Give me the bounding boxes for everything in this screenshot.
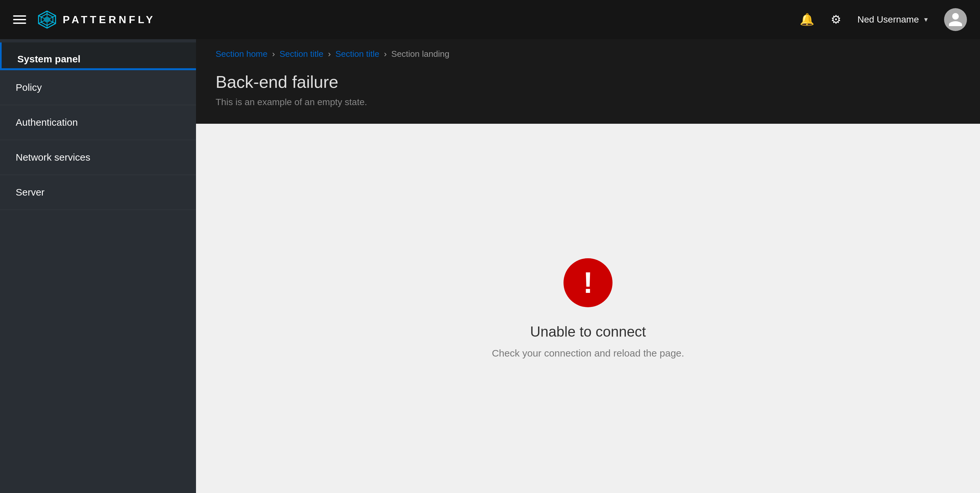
svg-marker-2 — [44, 16, 50, 23]
breadcrumb-section-title-1[interactable]: Section title — [280, 49, 323, 59]
main-content: Section home › Section title › Section t… — [196, 39, 980, 493]
logo-text: PATTERNFLY — [63, 14, 156, 26]
breadcrumb: Section home › Section title › Section t… — [216, 49, 960, 59]
user-menu[interactable]: Ned Username ▾ — [858, 14, 928, 25]
page-header: Section home › Section title › Section t… — [196, 39, 980, 124]
sidebar-item-server[interactable]: Server — [0, 175, 196, 210]
sidebar: System panel Policy Authentication Netwo… — [0, 39, 196, 493]
avatar[interactable] — [944, 8, 967, 31]
sidebar-title[interactable]: System panel — [0, 43, 196, 70]
empty-state-area: ! Unable to connect Check your connectio… — [196, 124, 980, 493]
username-label: Ned Username — [858, 14, 919, 25]
sidebar-item-network-services[interactable]: Network services — [0, 140, 196, 175]
empty-state-title: Unable to connect — [530, 323, 646, 340]
top-nav: PATTERNFLY 🔔 ⚙ Ned Username ▾ — [0, 0, 980, 39]
breadcrumb-section-home[interactable]: Section home — [216, 49, 267, 59]
logo-area: PATTERNFLY — [38, 10, 156, 29]
breadcrumb-section-title-2[interactable]: Section title — [336, 49, 379, 59]
page-title: Back-end failure — [216, 72, 960, 92]
exclamation-icon: ! — [583, 268, 593, 297]
patternfly-logo-icon — [38, 10, 56, 29]
hamburger-button[interactable] — [13, 15, 26, 24]
sidebar-item-policy[interactable]: Policy — [0, 70, 196, 105]
bell-icon[interactable]: 🔔 — [800, 13, 815, 27]
user-caret-icon: ▾ — [924, 15, 928, 24]
gear-icon[interactable]: ⚙ — [831, 13, 841, 27]
avatar-icon — [947, 11, 964, 28]
empty-state-description: Check your connection and reload the pag… — [492, 348, 684, 359]
breadcrumb-sep-3: › — [384, 49, 387, 59]
page-subtitle: This is an example of an empty state. — [216, 97, 960, 108]
nav-actions: 🔔 ⚙ Ned Username ▾ — [800, 8, 967, 31]
sidebar-item-authentication[interactable]: Authentication — [0, 105, 196, 140]
breadcrumb-current: Section landing — [391, 49, 450, 59]
error-icon-circle: ! — [563, 258, 612, 307]
breadcrumb-sep-2: › — [328, 49, 331, 59]
breadcrumb-sep-1: › — [272, 49, 275, 59]
